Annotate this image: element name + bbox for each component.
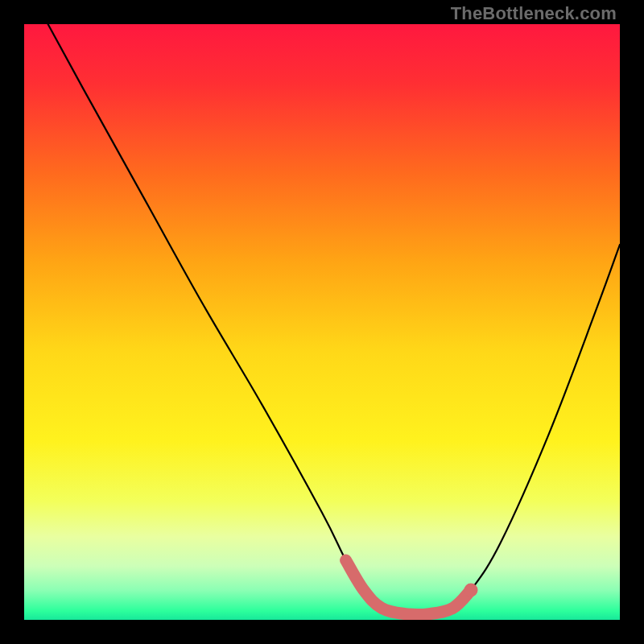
- bottleneck-curve-path: [48, 24, 620, 615]
- watermark-text: TheBottleneck.com: [451, 3, 617, 24]
- plot-area: [24, 24, 620, 620]
- curve-layer: [24, 24, 620, 620]
- optimal-band-path: [346, 560, 471, 615]
- chart-frame: TheBottleneck.com: [0, 0, 644, 644]
- optimal-band-end-dot: [464, 584, 478, 597]
